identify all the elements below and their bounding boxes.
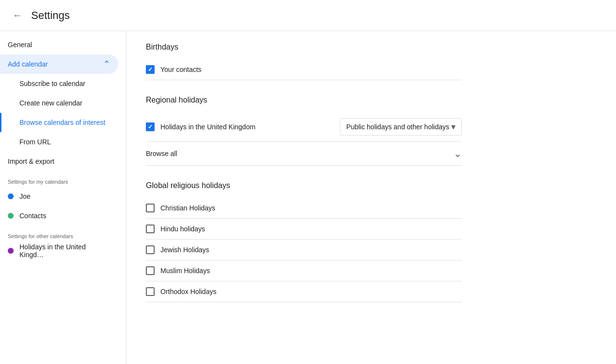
uk-holidays-row-label: Holidays in the United Kingdom — [160, 123, 255, 131]
christian-label: Christian Holidays — [160, 204, 215, 212]
my-calendars-section-title: Settings for my calendars — [0, 171, 126, 187]
sidebar-item-from-url[interactable]: From URL — [0, 132, 118, 152]
back-button[interactable]: ← — [8, 6, 27, 25]
muslim-label: Muslim Holidays — [160, 267, 210, 275]
page-title: Settings — [31, 9, 70, 22]
dropdown-arrow-icon: ▾ — [451, 121, 456, 132]
browse-all-row[interactable]: Browse all ⌄ — [146, 142, 462, 166]
content-area: Birthdays Your contacts Regional holiday… — [126, 31, 616, 364]
hindu-row: Hindu holidays — [146, 219, 462, 240]
regional-holidays-section: Regional holidays Holidays in the United… — [146, 96, 597, 166]
add-calendar-label: Add calendar — [8, 60, 48, 68]
header: ← Settings — [0, 0, 616, 31]
uk-holidays-label: Holidays in the United Kingd… — [19, 243, 110, 259]
birthdays-title: Birthdays — [146, 43, 462, 52]
contacts-label: Contacts — [19, 212, 46, 220]
sidebar-item-import-export[interactable]: Import & export — [0, 152, 118, 171]
hindu-checkbox[interactable] — [146, 225, 155, 233]
your-contacts-label: Your contacts — [160, 66, 201, 73]
muslim-checkbox[interactable] — [146, 266, 155, 275]
muslim-row: Muslim Holidays — [146, 260, 462, 281]
subscribe-label: Subscribe to calendar — [19, 80, 85, 87]
your-contacts-row: Your contacts — [146, 59, 462, 80]
orthodox-checkbox[interactable] — [146, 287, 155, 296]
regional-holidays-title: Regional holidays — [146, 96, 462, 104]
jewish-label: Jewish Holidays — [160, 246, 209, 254]
global-religious-title: Global religious holidays — [146, 181, 462, 190]
sidebar-item-joe[interactable]: Joe — [0, 187, 118, 206]
joe-label: Joe — [19, 192, 31, 200]
sidebar-item-uk-holidays[interactable]: Holidays in the United Kingd… — [0, 241, 118, 260]
browse-label: Browse calendars of interest — [19, 119, 106, 126]
sidebar-item-add-calendar[interactable]: Add calendar ⌃ — [0, 54, 118, 74]
uk-holidays-checkbox-wrap: Holidays in the United Kingdom — [146, 122, 334, 131]
sidebar-item-contacts[interactable]: Contacts — [0, 206, 118, 225]
christian-checkbox[interactable] — [146, 204, 155, 212]
joe-dot — [8, 193, 14, 199]
christian-row: Christian Holidays — [146, 198, 462, 219]
browse-all-label: Browse all — [146, 150, 177, 157]
import-export-label: Import & export — [8, 157, 54, 165]
dropdown-label: Public holidays and other holidays — [346, 123, 449, 131]
uk-holidays-dot — [8, 248, 14, 254]
global-religious-section: Global religious holidays Christian Holi… — [146, 181, 597, 302]
hindu-label: Hindu holidays — [160, 225, 205, 233]
sidebar: General Add calendar ⌃ Subscribe to cale… — [0, 31, 126, 364]
other-calendars-section-title: Settings for other calendars — [0, 225, 126, 241]
sidebar-item-general[interactable]: General — [0, 35, 118, 54]
add-calendar-chevron-icon: ⌃ — [103, 59, 110, 69]
uk-holidays-checkbox[interactable] — [146, 122, 155, 131]
back-arrow-icon: ← — [13, 10, 22, 21]
browse-all-expand-icon: ⌄ — [454, 148, 462, 159]
contacts-dot — [8, 213, 14, 219]
jewish-checkbox[interactable] — [146, 245, 155, 254]
sidebar-item-browse[interactable]: Browse calendars of interest — [0, 113, 118, 132]
sidebar-item-create-new[interactable]: Create new calendar — [0, 93, 118, 113]
jewish-row: Jewish Holidays — [146, 240, 462, 260]
orthodox-row: Orthodox Holidays — [146, 281, 462, 302]
orthodox-label: Orthodox Holidays — [160, 288, 216, 295]
create-new-label: Create new calendar — [19, 99, 82, 107]
uk-holidays-row: Holidays in the United Kingdom Public ho… — [146, 112, 462, 142]
birthdays-section: Birthdays Your contacts — [146, 43, 597, 80]
from-url-label: From URL — [19, 138, 51, 146]
sidebar-item-subscribe[interactable]: Subscribe to calendar — [0, 74, 118, 93]
holiday-type-dropdown[interactable]: Public holidays and other holidays ▾ — [340, 118, 462, 136]
general-label: General — [8, 41, 32, 49]
your-contacts-checkbox[interactable] — [146, 65, 155, 74]
main-layout: General Add calendar ⌃ Subscribe to cale… — [0, 31, 616, 364]
